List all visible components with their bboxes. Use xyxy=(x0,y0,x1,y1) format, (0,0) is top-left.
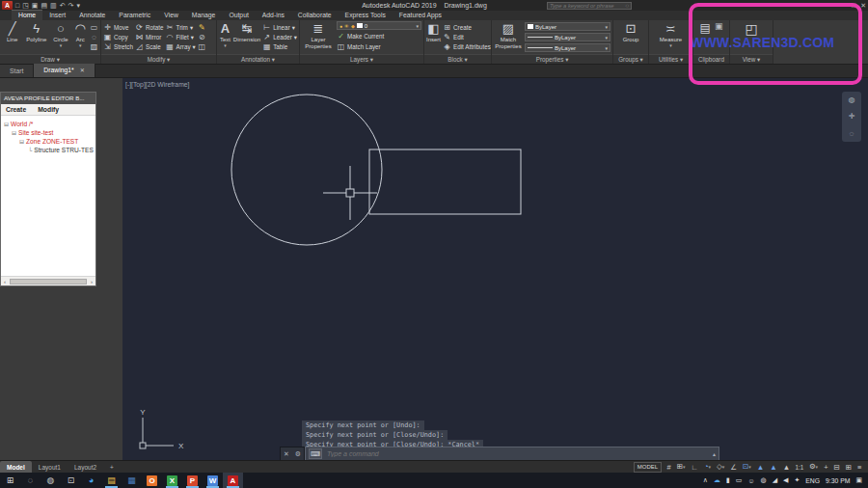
stretch-button[interactable]: ⇲Stretch xyxy=(103,42,133,52)
panel-label-groups[interactable]: Groups ▾ xyxy=(613,54,648,64)
navigation-bar[interactable]: ◍ ✛ ◌ xyxy=(842,92,861,142)
rotate-button[interactable]: ⟳Rotate xyxy=(135,22,164,32)
scale-button[interactable]: ◿Scale xyxy=(135,42,164,52)
workspace-gear-icon[interactable]: ⚙▾ xyxy=(806,460,820,474)
clean-screen-icon[interactable]: ≡ xyxy=(855,461,864,474)
annotation-scale-value[interactable]: 1:1 xyxy=(794,464,806,471)
layer-dropdown[interactable]: ● ☀ ◆ 0 ▾ xyxy=(337,21,421,30)
circle-entity[interactable] xyxy=(231,95,382,245)
file-explorer-icon[interactable]: ▤ xyxy=(101,473,122,488)
tree-item-world[interactable]: ⊟ World /* xyxy=(4,120,95,128)
blue-folder-app-icon[interactable]: ▦ xyxy=(122,473,142,488)
new-file-icon[interactable]: □ xyxy=(15,1,19,10)
tab-express-tools[interactable]: Express Tools xyxy=(339,11,393,20)
array-button[interactable]: ▦Array ▾ xyxy=(166,42,196,52)
make-current-button[interactable]: ✓Make Current xyxy=(337,31,421,41)
new-layout-button[interactable]: + xyxy=(103,461,121,474)
scrollbar-thumb[interactable] xyxy=(10,279,87,285)
app-logo-icon[interactable]: A xyxy=(2,1,13,10)
dimension-button[interactable]: ↹ Dimension xyxy=(233,21,260,53)
close-icon[interactable]: ✕ xyxy=(80,68,85,73)
qat-dropdown-icon[interactable]: ▾ xyxy=(76,1,80,10)
collapse-icon[interactable]: ⊟ xyxy=(4,121,9,127)
powerpoint-icon[interactable]: P xyxy=(182,473,203,488)
arc-button[interactable]: ◠ Arc ▾ xyxy=(73,21,88,53)
panel-label-properties[interactable]: Properties ▾ xyxy=(492,54,612,64)
object-color-dropdown[interactable]: ByLayer ▾ xyxy=(525,22,610,31)
minimize-button[interactable]: – xyxy=(843,0,847,11)
rectangle-icon[interactable]: ▭ xyxy=(90,23,98,32)
layout2-tab[interactable]: Layout2 xyxy=(68,461,103,474)
text-button[interactable]: A Text ▾ xyxy=(219,21,231,53)
tab-parametric[interactable]: Parametric xyxy=(112,11,157,20)
tree-item-zone[interactable]: ⊟ Zone ZONE-TEST xyxy=(19,137,95,146)
scroll-right-icon[interactable]: › xyxy=(88,279,95,285)
palette-title[interactable]: AVEVA PROFILE EDITOR B... xyxy=(1,93,95,104)
tree-item-structure[interactable]: └ Structure STRU-TES xyxy=(28,146,95,154)
ortho-icon[interactable]: ∟ xyxy=(689,461,700,474)
edit-attributes-button[interactable]: ◈Edit Attributes ▾ xyxy=(443,42,491,52)
customize-wrench-icon[interactable]: ⚙ xyxy=(295,450,301,458)
pencil-icon[interactable]: ✎ xyxy=(198,23,206,32)
autocad-taskbar-icon[interactable]: A xyxy=(223,473,243,488)
orange-app-icon[interactable]: O xyxy=(142,473,162,488)
match-properties-button[interactable]: ▨ Match Properties xyxy=(494,21,523,53)
cortana-icon[interactable]: ◍ xyxy=(41,473,61,488)
link-icon[interactable]: ✦ xyxy=(794,476,800,484)
linear-button[interactable]: ⊢Linear ▾ xyxy=(262,22,297,32)
word-icon[interactable]: W xyxy=(203,473,223,488)
isolate-objects-icon[interactable]: ⊟ xyxy=(831,461,842,474)
osnap-tracking-icon[interactable]: ∠ xyxy=(728,461,740,474)
tab-collaborate[interactable]: Collaborate xyxy=(291,11,339,20)
collapse-icon[interactable]: ⊟ xyxy=(12,129,16,136)
copy-button[interactable]: ▣Copy xyxy=(103,32,133,41)
maximize-button[interactable]: □ xyxy=(852,0,855,11)
hatch-icon[interactable]: ▨ xyxy=(90,42,98,51)
table-button[interactable]: ▦Table xyxy=(262,42,297,52)
annotation-autoscale-icon[interactable]: ▲ xyxy=(768,461,779,474)
trim-button[interactable]: ✂Trim ▾ xyxy=(166,22,196,32)
horizontal-scrollbar[interactable]: ‹ › xyxy=(1,276,95,285)
close-icon[interactable]: ✕ xyxy=(284,450,289,458)
drawing-canvas[interactable]: Y X xyxy=(122,78,868,460)
tree-item-site[interactable]: ⊟ Site site-test xyxy=(12,128,95,137)
panel-label-draw[interactable]: Draw ▾ xyxy=(0,54,100,64)
grid-icon[interactable]: # xyxy=(665,461,673,474)
panel-label-clipboard[interactable]: Clipboard xyxy=(693,54,729,64)
onedrive-icon[interactable]: ☁ xyxy=(714,476,720,484)
search-icon[interactable]: ◌ xyxy=(20,473,41,488)
tab-annotate[interactable]: Annotate xyxy=(72,11,112,20)
collapse-icon[interactable]: ⊟ xyxy=(19,138,24,145)
tab-output[interactable]: Output xyxy=(222,11,255,20)
line-button[interactable]: ╱ Line xyxy=(2,21,22,53)
hardware-accel-icon[interactable]: ⊞ xyxy=(843,461,854,474)
notification-icon[interactable]: ▣ xyxy=(855,476,862,484)
polar-tracking-icon[interactable]: ◔▾ xyxy=(701,460,713,474)
menu-create[interactable]: Create xyxy=(6,106,26,113)
viewport-controls[interactable]: [-][Top][2D Wireframe] xyxy=(125,81,189,88)
file-tab-start[interactable]: Start xyxy=(0,65,34,77)
leader-button[interactable]: ↗Leader ▾ xyxy=(262,32,297,41)
command-input-field[interactable]: ⌨ ▴ xyxy=(305,447,719,461)
clock[interactable]: 9:30 PM xyxy=(826,477,850,484)
tab-manage[interactable]: Manage xyxy=(185,11,223,20)
task-view-icon[interactable]: ⊡ xyxy=(61,473,81,488)
layout1-tab[interactable]: Layout1 xyxy=(32,461,68,474)
tab-insert[interactable]: Insert xyxy=(42,11,72,20)
redo-icon[interactable]: ↷ xyxy=(68,1,74,10)
rectangle-entity[interactable] xyxy=(369,149,521,214)
model-tab[interactable]: Model xyxy=(0,461,32,474)
pan-icon[interactable]: ✛ xyxy=(849,112,855,121)
menu-modify[interactable]: Modify xyxy=(38,106,59,113)
lineweight-dropdown[interactable]: ByLayer ▾ xyxy=(525,33,610,41)
open-file-icon[interactable]: ◳ xyxy=(22,1,29,10)
panel-label-utilities[interactable]: Utilities ▾ xyxy=(649,54,692,64)
model-space-badge[interactable]: MODEL xyxy=(634,462,662,473)
insert-button[interactable]: ◧ Insert xyxy=(426,21,441,53)
layer-properties-button[interactable]: ≣ Layer Properties xyxy=(302,21,335,53)
panel-label-layers[interactable]: Layers ▾ xyxy=(300,54,423,64)
tab-featured-apps[interactable]: Featured Apps xyxy=(393,11,448,20)
isodraft-icon[interactable]: ◇▾ xyxy=(714,460,726,474)
battery-icon[interactable]: ▭ xyxy=(736,476,743,484)
tray-expand-icon[interactable]: ∧ xyxy=(703,476,708,484)
